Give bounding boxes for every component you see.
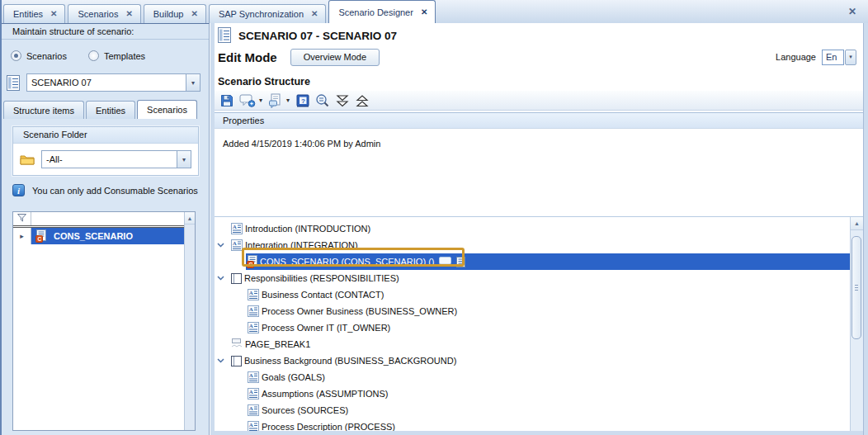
tab-buildup[interactable]: Buildup ✕ xyxy=(144,4,206,23)
app-window: Entities ✕ Scenarios ✕ Buildup ✕ SAP Syn… xyxy=(0,0,868,435)
add-comment-button[interactable] xyxy=(237,92,258,110)
help-book-button[interactable]: ? xyxy=(293,92,313,110)
folder-combobox[interactable]: -All- ▾ xyxy=(41,150,191,168)
table-row[interactable]: ▸ C CONS_SCENARIO xyxy=(13,228,184,244)
frame-section-icon xyxy=(231,273,242,284)
radio-scenarios[interactable] xyxy=(11,50,21,61)
tree-item-sources[interactable]: A Sources (SOURCES) xyxy=(215,402,850,418)
save-button[interactable] xyxy=(217,92,237,110)
scenario-folder-group: Scenario Folder -All- ▾ xyxy=(12,126,199,176)
svg-text:A: A xyxy=(249,372,253,379)
tree-item-process-owner-business[interactable]: A Process Owner Business (BUSINESS_OWNER… xyxy=(215,303,850,319)
tree-item-label: Sources (SOURCES) xyxy=(262,405,348,415)
tree-item-process-owner-it[interactable]: A Process Owner IT (IT_OWNER) xyxy=(215,319,850,336)
text-section-icon: A xyxy=(248,371,259,383)
grid-scrollbar[interactable]: ▲ xyxy=(184,212,195,430)
language-select[interactable]: En xyxy=(822,50,844,65)
tab-structure-items[interactable]: Structure items xyxy=(3,101,84,119)
tab-entities-inner[interactable]: Entities xyxy=(86,101,135,119)
tree-item-label: PAGE_BREAK1 xyxy=(245,339,310,349)
chevron-down-icon[interactable] xyxy=(217,276,224,281)
text-section-icon: A xyxy=(231,239,243,251)
close-icon[interactable]: ✕ xyxy=(125,10,132,18)
tab-label: Entities xyxy=(13,9,43,19)
scenario-selector-row: SCENARIO 07 ▾ xyxy=(7,73,200,92)
tab-label: SAP Synchronization xyxy=(219,9,304,19)
scenario-combobox-value: SCENARIO 07 xyxy=(27,74,186,91)
svg-text:A: A xyxy=(249,290,253,296)
tree-scrollbar[interactable]: ▲ xyxy=(850,217,863,431)
tree-item-page-break[interactable]: PAGE_BREAK1 xyxy=(215,336,850,352)
tree-item-label: Assumptions (ASSUMPTIONS) xyxy=(262,389,388,399)
sidebar-header: Maintain structure of scenario: xyxy=(2,25,209,40)
folder-combobox-value: -All- xyxy=(42,151,177,168)
chevron-down-icon[interactable]: ▾ xyxy=(259,97,262,104)
tree-item-assumptions[interactable]: A Assumptions (ASSUMPTIONS) xyxy=(215,385,850,402)
tree-item-responsibilities[interactable]: Responsibilities (RESPONSIBILITIES) xyxy=(215,270,850,286)
svg-text:C: C xyxy=(37,236,41,242)
chevron-down-icon[interactable]: ▾ xyxy=(177,151,191,168)
chevron-down-icon[interactable]: ▾ xyxy=(286,97,290,104)
tab-scenarios[interactable]: Scenarios ✕ xyxy=(68,4,140,23)
svg-text:A: A xyxy=(249,405,253,412)
chevron-down-icon[interactable] xyxy=(217,358,224,363)
sidebar-tab-bar: Structure items Entities Scenarios xyxy=(3,100,209,119)
page-comment-button[interactable] xyxy=(266,92,285,110)
page-title: SCENARIO 07 - SCENARIO 07 xyxy=(238,30,397,42)
close-icon[interactable]: ✕ xyxy=(311,10,318,18)
tree-item-label: Goals (GOALS) xyxy=(262,372,325,382)
tab-label: Scenarios xyxy=(78,9,118,19)
grid-filter-row[interactable] xyxy=(13,212,184,228)
scenario-document-icon xyxy=(218,27,231,45)
scroll-up-icon[interactable]: ▲ xyxy=(851,217,863,230)
svg-text:A: A xyxy=(249,422,253,428)
text-section-icon: A xyxy=(248,322,259,333)
tree-item-introduction[interactable]: A Introduction (INTRODUCTION) xyxy=(215,220,850,237)
scrollbar-thumb[interactable] xyxy=(851,236,861,339)
scenario-combobox[interactable]: SCENARIO 07 ▾ xyxy=(26,73,200,92)
scenario-designer-panel: SCENARIO 07 - SCENARIO 07 Edit Mode Over… xyxy=(215,23,863,431)
grid-row-label: CONS_SCENARIO xyxy=(54,231,133,241)
scroll-up-icon[interactable]: ▲ xyxy=(185,212,195,225)
tree-item-business-background[interactable]: Business Background (BUSINESS_BACKGROUND… xyxy=(215,352,850,369)
chevron-down-icon[interactable] xyxy=(217,243,224,248)
scenario-type-radios: Scenarios Templates xyxy=(11,50,167,61)
tab-label: Scenario Designer xyxy=(338,7,413,17)
filter-funnel-icon[interactable] xyxy=(17,214,26,224)
radio-templates[interactable] xyxy=(88,50,99,61)
document-icon[interactable] xyxy=(456,257,465,267)
info-text: You can only add Consumable Scenarios xyxy=(32,186,198,196)
tree-item-integration[interactable]: A Integration (INTEGRATION) xyxy=(215,237,850,253)
tree-item-label: Business Background (BUSINESS_BACKGROUND… xyxy=(244,356,456,366)
consumable-scenarios-grid: ▸ C CONS_SCENARIO ▲ xyxy=(12,211,196,431)
grid-filter-cell[interactable] xyxy=(31,212,184,225)
chevron-down-icon[interactable]: ▾ xyxy=(186,74,200,91)
tab-entities[interactable]: Entities ✕ xyxy=(3,4,65,23)
tree-item-label: Responsibilities (RESPONSIBILITIES) xyxy=(244,273,399,283)
tab-scenario-designer[interactable]: Scenario Designer ✕ xyxy=(328,0,436,23)
zoom-preview-button[interactable] xyxy=(313,92,333,110)
tree-item-label: Integration (INTEGRATION) xyxy=(245,240,358,250)
overview-mode-button[interactable]: Overview Mode xyxy=(290,49,380,66)
collapse-all-button[interactable] xyxy=(352,92,372,110)
svg-text:A: A xyxy=(249,306,253,313)
close-icon[interactable]: ✕ xyxy=(421,8,427,17)
close-icon[interactable]: ✕ xyxy=(191,10,197,18)
svg-text:A: A xyxy=(233,224,237,230)
page-break-icon xyxy=(231,338,243,350)
scenario-folder-title: Scenario Folder xyxy=(13,127,198,144)
svg-text:C: C xyxy=(248,262,252,267)
comment-icon[interactable] xyxy=(439,257,451,267)
svg-text:A: A xyxy=(249,389,253,395)
expand-all-button[interactable] xyxy=(333,92,352,110)
tab-scenarios-inner[interactable]: Scenarios xyxy=(137,100,197,119)
tree-item-goals[interactable]: A Goals (GOALS) xyxy=(215,369,850,385)
properties-added-text: Added 4/15/2019 1:40:06 PM by Admin xyxy=(223,139,380,149)
tab-sap-synchronization[interactable]: SAP Synchronization ✕ xyxy=(209,4,327,23)
close-icon[interactable]: ✕ xyxy=(50,10,57,18)
tree-item-cons-scenario-selected[interactable]: C CONS_SCENARIO (CONS_SCENARIO) () xyxy=(215,253,850,270)
chevron-down-icon[interactable]: ▾ xyxy=(845,50,856,65)
tree-item-business-contact[interactable]: A Business Contact (CONTACT) xyxy=(215,286,850,303)
row-marker-icon: ▸ xyxy=(13,228,31,244)
close-icon[interactable]: ✕ xyxy=(848,6,856,17)
